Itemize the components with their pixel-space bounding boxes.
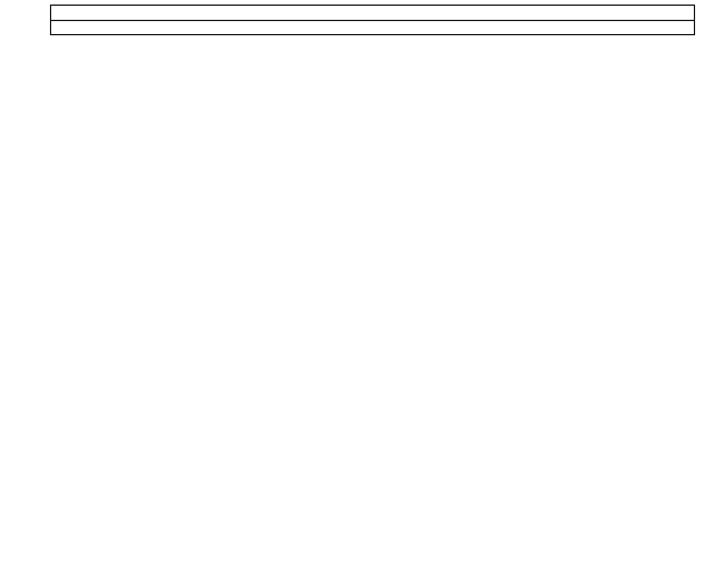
meteogram-page — [0, 0, 728, 582]
header-line-2 — [51, 21, 694, 35]
separator — [377, 8, 384, 17]
legend-td2m — [0, 198, 60, 206]
header — [50, 5, 695, 35]
separator — [369, 8, 377, 17]
header-line-1 — [51, 6, 694, 21]
separator — [361, 8, 369, 17]
separator — [373, 23, 380, 32]
separator — [365, 23, 373, 32]
meteogram-chart — [0, 0, 728, 582]
